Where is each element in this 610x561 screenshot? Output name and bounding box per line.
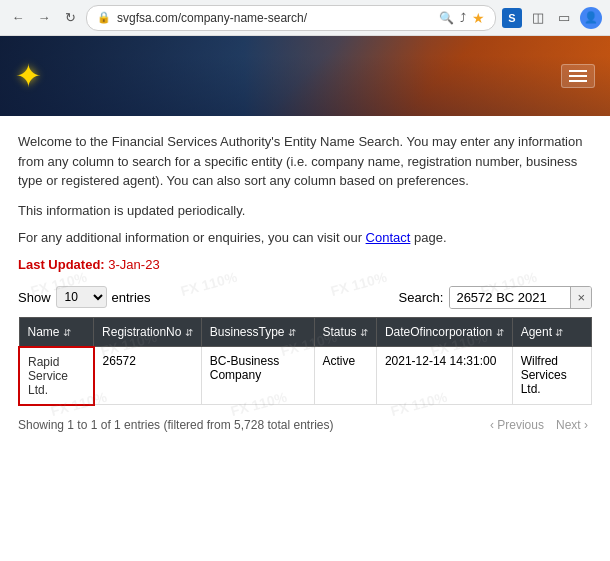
table-row: Rapid Service Ltd. 26572 BC-Business Com… — [19, 347, 592, 405]
col-status[interactable]: Status ⇵ — [314, 317, 376, 347]
results-table: Name ⇵ RegistrationNo ⇵ BusinessType ⇵ S… — [18, 317, 592, 406]
col-biz-type[interactable]: BusinessType ⇵ — [201, 317, 314, 347]
logo-star-icon: ✦ — [15, 57, 42, 95]
address-bar[interactable]: 🔒 svgfsa.com/company-name-search/ 🔍 ⤴ ★ — [86, 5, 496, 31]
sort-icon: ⇵ — [496, 327, 504, 338]
contact-prefix: For any additional information or enquir… — [18, 230, 366, 245]
show-label: Show — [18, 290, 51, 305]
previous-button[interactable]: ‹ Previous — [486, 416, 548, 434]
showing-info: Showing 1 to 1 of 1 entries (filtered fr… — [18, 418, 334, 432]
search-input-wrap: × — [449, 286, 592, 309]
hamburger-line — [569, 70, 587, 72]
hamburger-line — [569, 75, 587, 77]
browser-chrome: ← → ↻ 🔒 svgfsa.com/company-name-search/ … — [0, 0, 610, 36]
sort-icon: ⇵ — [288, 327, 296, 338]
search-icon: 🔍 — [439, 11, 454, 25]
col-date[interactable]: DateOfincorporation ⇵ — [376, 317, 512, 347]
pagination: ‹ Previous Next › — [486, 416, 592, 434]
browser-action-buttons: S ◫ ▭ 👤 — [502, 7, 602, 29]
contact-suffix: page. — [410, 230, 446, 245]
col-agent[interactable]: Agent ⇵ — [512, 317, 591, 347]
table-body: Rapid Service Ltd. 26572 BC-Business Com… — [19, 347, 592, 405]
cell-status: Active — [314, 347, 376, 405]
site-logo: ✦ — [15, 57, 42, 95]
last-updated-label: Last Updated: — [18, 257, 105, 272]
cell-date: 2021-12-14 14:31:00 — [376, 347, 512, 405]
sort-icon: ⇵ — [360, 327, 368, 338]
last-updated-value: 3-Jan-23 — [108, 257, 159, 272]
col-name[interactable]: Name ⇵ — [19, 317, 94, 347]
forward-button[interactable]: → — [34, 8, 54, 28]
intro-paragraph-1: Welcome to the Financial Services Author… — [18, 132, 592, 191]
show-entries-control: Show 10 25 50 100 entries — [18, 286, 151, 308]
table-controls: Show 10 25 50 100 entries Search: × — [18, 286, 592, 309]
intro-paragraph-3: For any additional information or enquir… — [18, 230, 592, 245]
site-header: ✦ — [0, 36, 610, 116]
puzzle-icon[interactable]: ◫ — [528, 8, 548, 28]
profile-icon[interactable]: 👤 — [580, 7, 602, 29]
search-input[interactable] — [450, 287, 570, 308]
col-reg-no[interactable]: RegistrationNo ⇵ — [94, 317, 202, 347]
share-icon: ⤴ — [460, 11, 466, 25]
window-icon[interactable]: ▭ — [554, 8, 574, 28]
contact-link[interactable]: Contact — [366, 230, 411, 245]
sort-icon: ⇵ — [555, 327, 563, 338]
hamburger-menu-button[interactable] — [561, 64, 595, 88]
hamburger-line — [569, 80, 587, 82]
cell-agent: Wilfred Services Ltd. — [512, 347, 591, 405]
main-content: FX 110%FX 110%FX 110%FX 110%FX 110%FX 11… — [0, 116, 610, 450]
cell-reg-no: 26572 — [94, 347, 202, 405]
last-updated-section: Last Updated: 3-Jan-23 — [18, 257, 592, 272]
next-button[interactable]: Next › — [552, 416, 592, 434]
cell-biz-type: BC-Business Company — [201, 347, 314, 405]
entries-select[interactable]: 10 25 50 100 — [56, 286, 107, 308]
table-header: Name ⇵ RegistrationNo ⇵ BusinessType ⇵ S… — [19, 317, 592, 347]
sort-icon: ⇵ — [185, 327, 193, 338]
search-box: Search: × — [399, 286, 592, 309]
cell-name: Rapid Service Ltd. — [19, 347, 94, 405]
star-icon[interactable]: ★ — [472, 10, 485, 26]
sort-icon: ⇵ — [63, 327, 71, 338]
url-text: svgfsa.com/company-name-search/ — [117, 11, 433, 25]
refresh-button[interactable]: ↻ — [60, 8, 80, 28]
s-extension-icon[interactable]: S — [502, 8, 522, 28]
lock-icon: 🔒 — [97, 11, 111, 24]
intro-paragraph-2: This information is updated periodically… — [18, 203, 592, 218]
entries-label: entries — [112, 290, 151, 305]
table-footer: Showing 1 to 1 of 1 entries (filtered fr… — [18, 416, 592, 434]
search-clear-button[interactable]: × — [570, 287, 591, 308]
search-label: Search: — [399, 290, 444, 305]
back-button[interactable]: ← — [8, 8, 28, 28]
